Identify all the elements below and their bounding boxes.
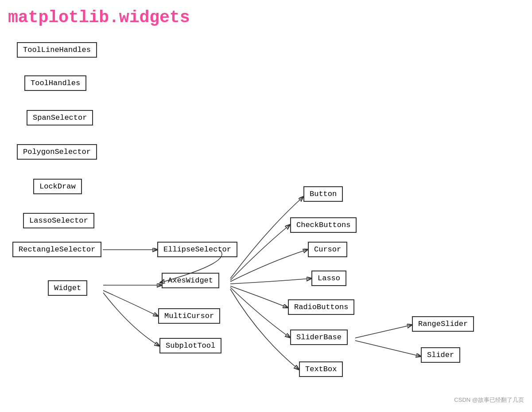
node-toollinehandles: ToolLineHandles: [17, 42, 97, 58]
node-cursor: Cursor: [308, 242, 347, 257]
node-ellipseselector: EllipseSelector: [157, 242, 237, 257]
node-widget: Widget: [48, 280, 87, 296]
node-polygonselector: PolygonSelector: [17, 144, 97, 160]
node-multicursor: MultiCursor: [158, 308, 220, 324]
page-title: matplotlib.widgets: [8, 8, 190, 27]
node-textbox: TextBox: [299, 361, 343, 377]
node-subplottool: SubplotTool: [159, 338, 221, 353]
svg-line-2: [355, 325, 411, 338]
svg-line-3: [355, 341, 420, 356]
node-radiobuttons: RadioButtons: [288, 299, 354, 315]
node-toolhandles: ToolHandles: [24, 75, 86, 91]
node-lassoselector: LassoSelector: [23, 213, 94, 228]
node-lasso: Lasso: [311, 271, 346, 286]
node-sliderbase: SliderBase: [290, 330, 348, 345]
node-lockdraw: LockDraw: [33, 179, 82, 194]
node-rangeslider: RangeSlider: [412, 316, 474, 332]
node-axeswidget: AxesWidget: [162, 273, 219, 288]
node-spanselector: SpanSelector: [27, 110, 93, 126]
node-checkbuttons: CheckButtons: [290, 217, 357, 233]
node-slider: Slider: [421, 347, 460, 363]
node-button: Button: [303, 186, 343, 202]
node-rectangleselector: RectangleSelector: [12, 242, 101, 257]
watermark: CSDN @故事已经翻了几页: [454, 396, 524, 404]
